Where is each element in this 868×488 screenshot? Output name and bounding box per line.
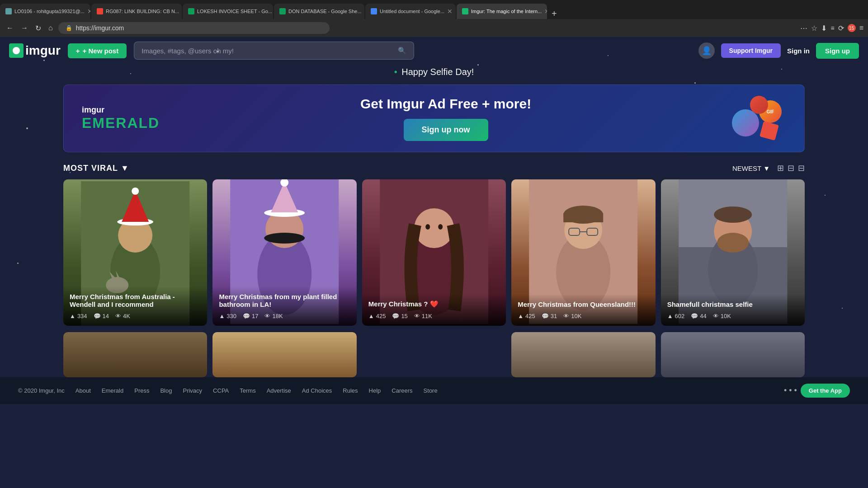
sync-icon: ⟳ [838, 24, 844, 33]
card-views-1: 👁 4K [115, 313, 130, 319]
ad-banner[interactable]: imgur EMERALD Get Imgur Ad Free + more! … [63, 84, 805, 152]
tab-close-lo0106[interactable]: ✕ [87, 8, 90, 15]
card-comments-1: 💬 14 [94, 313, 109, 319]
footer-link-store[interactable]: Store [424, 387, 438, 394]
upvote-icon-3: ▲ [368, 313, 374, 319]
ad-emerald-text: EMERALD [82, 115, 160, 131]
image-card-3[interactable]: Merry Christmas ? ❤️ ▲ 425 💬 15 👁 11K [362, 179, 506, 326]
image-card-p3[interactable] [511, 332, 655, 377]
footer-link-about[interactable]: About [75, 387, 91, 394]
footer-link-privacy[interactable]: Privacy [183, 387, 202, 394]
tab-lo0106[interactable]: LO0106 - rohitgupta199321@... ✕ [0, 4, 90, 19]
downloads-icon[interactable]: ⬇ [821, 24, 827, 33]
upvote-icon-2: ▲ [219, 313, 225, 319]
footer-link-careers[interactable]: Careers [392, 387, 412, 394]
get-app-button[interactable]: Get the App [801, 384, 850, 398]
tab-rg087[interactable]: RG087: LINK BUILDING: CB N... ✕ [91, 4, 182, 19]
tab-label-imgur: Imgur: The magic of the Intern... [471, 9, 542, 14]
sign-in-button[interactable]: Sign in [787, 47, 810, 55]
most-viral-chevron: ▼ [121, 164, 129, 173]
newest-sort[interactable]: NEWEST ▼ [732, 164, 770, 172]
menu-icon[interactable]: ≡ [859, 24, 863, 32]
eye-icon-2: 👁 [264, 313, 270, 319]
sort-bar: MOST VIRAL ▼ NEWEST ▼ ⊞ ⊟ ⊟ [0, 157, 868, 179]
back-button[interactable]: ← [5, 22, 15, 34]
logo-image [9, 43, 24, 58]
footer-link-rules[interactable]: Rules [343, 387, 358, 394]
reader-view-icon: ≡ [830, 24, 834, 32]
tab-label-don: DON DATABASE - Google She... [288, 9, 362, 14]
card-title-1: Merry Christmas from Australia - Wendell… [70, 293, 201, 308]
refresh-button[interactable]: ↻ [33, 22, 43, 34]
bookmark-icon[interactable]: ☆ [811, 24, 817, 33]
tab-untitled[interactable]: Untitled document - Google... ✕ [365, 4, 456, 19]
search-input[interactable] [142, 47, 393, 55]
selfie-day-text: Happy Selfie Day! [401, 67, 474, 77]
user-avatar-icon[interactable]: 👤 [698, 42, 715, 59]
view-large-icon[interactable]: ⊞ [777, 163, 784, 173]
footer-link-help[interactable]: Help [369, 387, 381, 394]
more-options-icon[interactable]: • • • [784, 386, 797, 395]
svg-point-21 [438, 224, 443, 230]
image-card-p4[interactable] [661, 332, 805, 377]
home-button[interactable]: ⌂ [47, 22, 55, 34]
tab-imgur[interactable]: Imgur: The magic of the Intern... ✕ [457, 4, 547, 19]
new-tab-button[interactable]: + [548, 9, 561, 19]
browser-chrome: LO0106 - rohitgupta199321@... ✕ RG087: L… [0, 0, 868, 37]
tab-favicon-imgur [462, 8, 468, 14]
tab-favicon-rg087 [97, 8, 103, 14]
image-card-2[interactable]: Merry Christmas from my plant filled bat… [212, 179, 356, 326]
svg-rect-29 [563, 213, 603, 222]
card-comments-3: 💬 15 [392, 313, 407, 319]
image-card-p1[interactable] [63, 332, 207, 377]
most-viral-sort[interactable]: MOST VIRAL ▼ [63, 164, 129, 173]
address-bar: 🔒 [58, 22, 330, 34]
footer-link-advertise[interactable]: Advertise [267, 387, 291, 394]
tab-close-imgur[interactable]: ✕ [544, 8, 547, 15]
toolbar-icons: ⋯ ☆ ⬇ ≡ ⟳ 15 ≡ [800, 24, 863, 33]
new-post-button[interactable]: + + New post [68, 43, 127, 58]
ad-imgur-text: imgur [82, 105, 160, 115]
image-card-4[interactable]: Merry Christmas from Queensland!!! ▲ 425… [511, 179, 655, 326]
selfie-day-banner: • Happy Selfie Day! [0, 64, 868, 80]
tab-favicon-lo0106 [5, 8, 12, 14]
image-card-1[interactable]: Merry Christmas from Australia - Wendell… [63, 179, 207, 326]
tab-close-untitled[interactable]: ✕ [447, 8, 453, 15]
signup-now-button[interactable]: Sign up now [404, 119, 488, 141]
eye-icon-4: 👁 [563, 313, 569, 319]
footer-link-emerald[interactable]: Emerald [102, 387, 123, 394]
card-views-4: 👁 10K [563, 313, 581, 319]
card-upvotes-3: ▲ 425 [368, 313, 386, 319]
card-overlay-5: Shamefull christmas selfie ▲ 602 💬 44 👁 … [661, 294, 805, 326]
tab-favicon-lokesh [188, 8, 194, 14]
footer-link-ccpa[interactable]: CCPA [213, 387, 229, 394]
lock-icon: 🔒 [66, 25, 72, 31]
forward-button[interactable]: → [19, 22, 30, 34]
page-header: imgur + + New post 🔍 👤 Support Imgur Sig… [0, 37, 868, 64]
tab-label-lo0106: LO0106 - rohitgupta199321@... [14, 9, 85, 14]
footer-link-terms[interactable]: Terms [240, 387, 255, 394]
page-footer: © 2020 Imgur, Inc About Emerald Press Bl… [0, 377, 868, 404]
card-upvotes-1: ▲ 334 [70, 313, 87, 319]
footer-link-blog[interactable]: Blog [160, 387, 172, 394]
tab-favicon-untitled [371, 8, 377, 14]
search-icon[interactable]: 🔍 [398, 47, 406, 55]
card-title-2: Merry Christmas from my plant filled bat… [219, 293, 350, 308]
imgur-logo[interactable]: imgur [9, 43, 61, 58]
ad-illustration: GIF [732, 96, 786, 141]
view-medium-icon[interactable]: ⊟ [788, 163, 794, 173]
footer-link-press[interactable]: Press [134, 387, 149, 394]
comment-icon-1: 💬 [94, 313, 101, 319]
image-card-p2[interactable] [212, 332, 356, 377]
view-small-icon[interactable]: ⊟ [798, 163, 805, 173]
sign-up-button[interactable]: Sign up [816, 43, 859, 59]
tab-don[interactable]: DON DATABASE - Google She... ✕ [274, 4, 364, 19]
tab-lokesh[interactable]: LOKESH INVOICE SHEET - Go... ✕ [183, 4, 273, 19]
footer-link-adchoices[interactable]: Ad Choices [302, 387, 332, 394]
url-input[interactable] [76, 24, 322, 32]
support-imgur-button[interactable]: Support Imgur [721, 43, 781, 58]
card-stats-5: ▲ 602 💬 44 👁 10K [667, 313, 798, 319]
image-card-5[interactable]: Shamefull christmas selfie ▲ 602 💬 44 👁 … [661, 179, 805, 326]
card-upvotes-2: ▲ 330 [219, 313, 236, 319]
card-views-5: 👁 10K [713, 313, 731, 319]
